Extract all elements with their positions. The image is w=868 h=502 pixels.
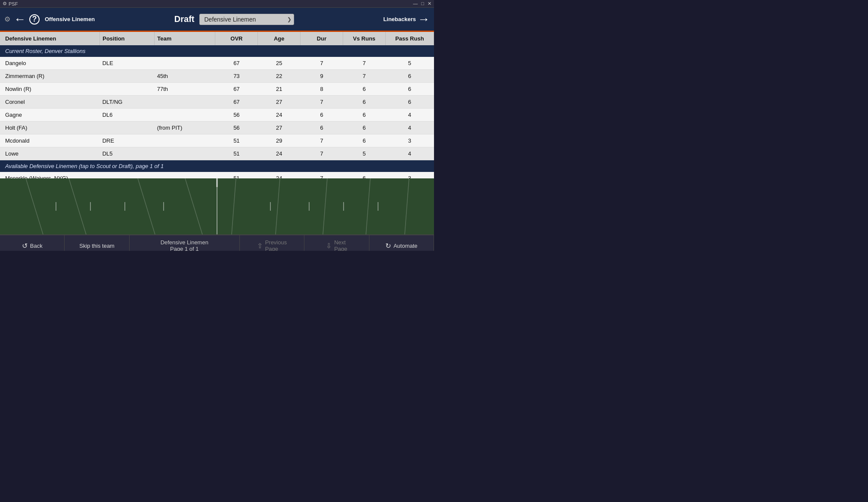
- col-header-vsruns: Vs Runs: [343, 32, 385, 45]
- table-row[interactable]: GagneDL65624664: [0, 109, 434, 122]
- minimize-button[interactable]: —: [413, 1, 418, 6]
- player-name: Dangelo: [0, 57, 100, 70]
- table-body: Current Roster, Denver StallionsDangeloD…: [0, 45, 434, 178]
- player-name: Gagne: [0, 109, 100, 122]
- player-name: Mccorkle (Waivers, NYG): [0, 172, 100, 178]
- back-label: Offensive Linemen: [45, 16, 95, 22]
- automate-icon: ↻: [385, 242, 391, 250]
- header-right: Linebackers →: [374, 13, 430, 25]
- page-info: Defensive LinemenPage 1 of 1: [130, 235, 240, 251]
- player-table: Defensive Linemen Position Team OVR Age …: [0, 32, 434, 178]
- position-dropdown[interactable]: Defensive Linemen Linebackers Offensive …: [199, 14, 294, 25]
- player-name: Nowlin (R): [0, 83, 100, 96]
- section-header-row: Current Roster, Denver Stallions: [0, 45, 434, 57]
- back-nav[interactable]: ←: [14, 13, 26, 25]
- next-page-button[interactable]: ⇩ NextPage: [304, 235, 369, 251]
- forward-label: Linebackers: [383, 16, 416, 22]
- header-title: Draft: [174, 14, 195, 24]
- forward-nav[interactable]: Linebackers →: [383, 13, 430, 25]
- col-header-team: Team: [155, 32, 215, 45]
- next-page-icon: ⇩: [326, 242, 332, 250]
- header-center: Draft Defensive Linemen Linebackers Offe…: [95, 14, 374, 25]
- table-row[interactable]: DangeloDLE6725775: [0, 57, 434, 70]
- table-row[interactable]: Nowlin (R)77th6721866: [0, 83, 434, 96]
- player-name: Lowe: [0, 147, 100, 160]
- section-header-row: Available Defensive Linemen (tap to Scou…: [0, 160, 434, 172]
- table-row[interactable]: Zimmerman (R)45th7322976: [0, 70, 434, 83]
- table-row[interactable]: McdonaldDRE5129763: [0, 134, 434, 147]
- player-name: Zimmerman (R): [0, 70, 100, 83]
- automate-label: Automate: [394, 243, 418, 249]
- header: ⚙ ← ? Offensive Linemen Draft Defensive …: [0, 8, 434, 32]
- back-arrow-icon: ←: [14, 13, 26, 25]
- player-table-container: Defensive Linemen Position Team OVR Age …: [0, 32, 434, 178]
- col-header-ovr: OVR: [215, 32, 258, 45]
- player-name: Holt (FA): [0, 122, 100, 134]
- table-row[interactable]: CoronelDLT/NG6727766: [0, 96, 434, 109]
- back-button[interactable]: ↺ Back: [0, 235, 65, 251]
- table-row[interactable]: Holt (FA)(from PIT)5627664: [0, 122, 434, 134]
- page-info-label: Defensive LinemenPage 1 of 1: [161, 239, 208, 251]
- table-row[interactable]: Mccorkle (Waivers, NYG)5124763: [0, 172, 434, 178]
- skip-team-button[interactable]: Skip this team: [65, 235, 129, 251]
- table-row[interactable]: LoweDL55124754: [0, 147, 434, 160]
- window-controls[interactable]: — □ ✕: [413, 1, 431, 6]
- automate-button[interactable]: ↻ Automate: [369, 235, 434, 251]
- player-name: Mcdonald: [0, 134, 100, 147]
- title-bar: ⚙ PSF — □ ✕: [0, 0, 434, 8]
- help-icon[interactable]: ?: [29, 14, 40, 25]
- prev-page-icon: ⇧: [257, 242, 263, 250]
- back-button-label: Back: [30, 243, 43, 249]
- col-header-name: Defensive Linemen: [0, 32, 100, 45]
- col-header-position: Position: [100, 32, 155, 45]
- previous-page-button[interactable]: ⇧ PreviousPage: [240, 235, 304, 251]
- previous-page-label: PreviousPage: [265, 239, 287, 251]
- col-header-dur: Dur: [301, 32, 343, 45]
- close-button[interactable]: ✕: [428, 1, 431, 6]
- bottom-bar: ↺ Back Skip this team Defensive LinemenP…: [0, 234, 434, 251]
- next-page-label: NextPage: [334, 239, 347, 251]
- app-title: PSF: [9, 1, 18, 6]
- table-header: Defensive Linemen Position Team OVR Age …: [0, 32, 434, 45]
- header-left: ⚙ ← ? Offensive Linemen: [4, 13, 95, 25]
- player-name: Coronel: [0, 96, 100, 109]
- back-button-icon: ↺: [22, 242, 28, 250]
- app-icon: ⚙: [3, 1, 7, 6]
- settings-icon[interactable]: ⚙: [4, 15, 10, 23]
- field-lines-svg: [0, 178, 434, 234]
- col-header-passrush: Pass Rush: [385, 32, 434, 45]
- skip-team-label: Skip this team: [79, 243, 115, 249]
- maximize-button[interactable]: □: [421, 1, 424, 6]
- col-header-age: Age: [258, 32, 301, 45]
- forward-arrow-icon: →: [418, 13, 430, 25]
- position-dropdown-wrapper[interactable]: Defensive Linemen Linebackers Offensive …: [199, 14, 294, 25]
- field-background: [0, 178, 434, 234]
